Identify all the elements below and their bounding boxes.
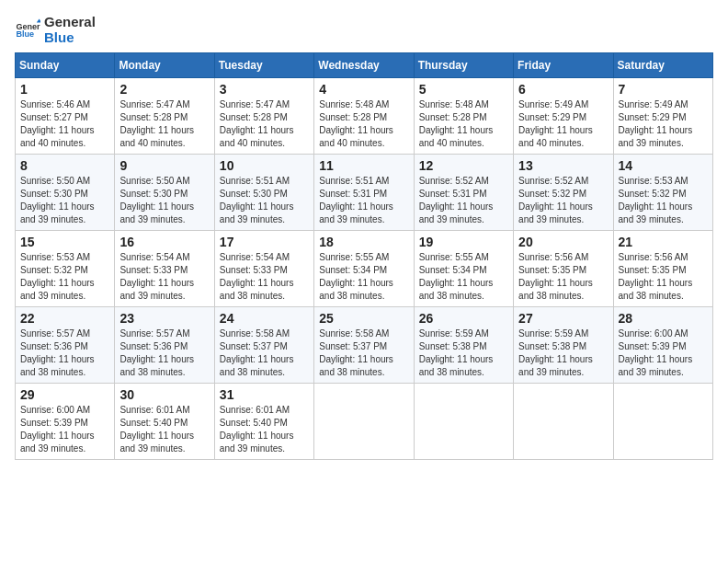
calendar-cell: [514, 384, 613, 460]
day-info: Sunrise: 5:49 AM Sunset: 5:29 PM Dayligh…: [619, 98, 708, 150]
day-number: 18: [319, 235, 408, 249]
day-number: 6: [518, 82, 608, 97]
day-number: 27: [518, 311, 608, 326]
weekday-header-friday: Friday: [514, 53, 613, 78]
day-number: 23: [119, 311, 209, 326]
calendar-cell: 15Sunrise: 5:53 AM Sunset: 5:32 PM Dayli…: [16, 231, 115, 307]
calendar-cell: 1Sunrise: 5:46 AM Sunset: 5:27 PM Daylig…: [16, 78, 115, 155]
day-info: Sunrise: 5:56 AM Sunset: 5:35 PM Dayligh…: [619, 251, 708, 303]
calendar-header-row: SundayMondayTuesdayWednesdayThursdayFrid…: [16, 53, 713, 78]
day-info: Sunrise: 5:51 AM Sunset: 5:30 PM Dayligh…: [220, 175, 309, 226]
calendar-body: 1Sunrise: 5:46 AM Sunset: 5:27 PM Daylig…: [16, 78, 713, 460]
weekday-header-wednesday: Wednesday: [314, 53, 414, 78]
calendar-cell: 14Sunrise: 5:53 AM Sunset: 5:32 PM Dayli…: [613, 155, 712, 231]
calendar-cell: 25Sunrise: 5:58 AM Sunset: 5:37 PM Dayli…: [314, 307, 414, 384]
day-number: 29: [20, 387, 109, 402]
day-info: Sunrise: 5:55 AM Sunset: 5:34 PM Dayligh…: [319, 251, 408, 303]
day-info: Sunrise: 5:53 AM Sunset: 5:32 PM Dayligh…: [20, 251, 109, 303]
day-info: Sunrise: 5:48 AM Sunset: 5:28 PM Dayligh…: [319, 98, 408, 150]
svg-marker-2: [37, 18, 40, 22]
day-number: 16: [119, 235, 209, 249]
calendar-cell: [314, 384, 414, 460]
calendar-cell: 6Sunrise: 5:49 AM Sunset: 5:29 PM Daylig…: [514, 78, 613, 155]
calendar-cell: 30Sunrise: 6:01 AM Sunset: 5:40 PM Dayli…: [115, 384, 214, 460]
day-info: Sunrise: 5:47 AM Sunset: 5:28 PM Dayligh…: [220, 98, 309, 150]
logo-text: General Blue: [44, 15, 96, 45]
day-info: Sunrise: 5:51 AM Sunset: 5:31 PM Dayligh…: [319, 175, 408, 226]
calendar-cell: 20Sunrise: 5:56 AM Sunset: 5:35 PM Dayli…: [514, 231, 613, 307]
calendar-cell: [613, 384, 712, 460]
day-number: 17: [220, 235, 309, 249]
calendar-week-1: 1Sunrise: 5:46 AM Sunset: 5:27 PM Daylig…: [16, 78, 713, 155]
day-number: 25: [319, 311, 408, 326]
calendar-cell: [414, 384, 513, 460]
day-info: Sunrise: 5:58 AM Sunset: 5:37 PM Dayligh…: [319, 327, 408, 379]
calendar-cell: 31Sunrise: 6:01 AM Sunset: 5:40 PM Dayli…: [214, 384, 313, 460]
day-number: 12: [419, 158, 508, 173]
day-info: Sunrise: 5:50 AM Sunset: 5:30 PM Dayligh…: [119, 175, 209, 226]
day-number: 2: [119, 82, 209, 97]
calendar-cell: 27Sunrise: 5:59 AM Sunset: 5:38 PM Dayli…: [514, 307, 613, 384]
day-number: 10: [220, 158, 309, 173]
calendar-cell: 13Sunrise: 5:52 AM Sunset: 5:32 PM Dayli…: [514, 155, 613, 231]
weekday-header-saturday: Saturday: [613, 53, 712, 78]
day-number: 22: [20, 311, 109, 326]
calendar-cell: 5Sunrise: 5:48 AM Sunset: 5:28 PM Daylig…: [414, 78, 513, 155]
day-info: Sunrise: 6:00 AM Sunset: 5:39 PM Dayligh…: [20, 404, 109, 455]
calendar-cell: 18Sunrise: 5:55 AM Sunset: 5:34 PM Dayli…: [314, 231, 414, 307]
calendar-cell: 19Sunrise: 5:55 AM Sunset: 5:34 PM Dayli…: [414, 231, 513, 307]
day-number: 3: [220, 82, 309, 97]
day-info: Sunrise: 5:47 AM Sunset: 5:28 PM Dayligh…: [119, 98, 209, 150]
day-number: 7: [619, 82, 708, 97]
weekday-header-sunday: Sunday: [16, 53, 115, 78]
day-number: 15: [20, 235, 109, 249]
day-info: Sunrise: 5:50 AM Sunset: 5:30 PM Dayligh…: [20, 175, 109, 226]
page-header: General Blue General Blue: [15, 15, 713, 45]
calendar-cell: 28Sunrise: 6:00 AM Sunset: 5:39 PM Dayli…: [613, 307, 712, 384]
calendar-cell: 10Sunrise: 5:51 AM Sunset: 5:30 PM Dayli…: [214, 155, 313, 231]
day-number: 26: [419, 311, 508, 326]
day-number: 28: [619, 311, 708, 326]
day-info: Sunrise: 5:53 AM Sunset: 5:32 PM Dayligh…: [619, 175, 708, 226]
calendar-week-4: 22Sunrise: 5:57 AM Sunset: 5:36 PM Dayli…: [16, 307, 713, 384]
calendar-cell: 16Sunrise: 5:54 AM Sunset: 5:33 PM Dayli…: [115, 231, 214, 307]
weekday-header-thursday: Thursday: [414, 53, 513, 78]
calendar-cell: 17Sunrise: 5:54 AM Sunset: 5:33 PM Dayli…: [214, 231, 313, 307]
calendar-cell: 8Sunrise: 5:50 AM Sunset: 5:30 PM Daylig…: [16, 155, 115, 231]
calendar-cell: 4Sunrise: 5:48 AM Sunset: 5:28 PM Daylig…: [314, 78, 414, 155]
day-number: 30: [119, 387, 209, 402]
calendar-week-2: 8Sunrise: 5:50 AM Sunset: 5:30 PM Daylig…: [16, 155, 713, 231]
day-info: Sunrise: 5:52 AM Sunset: 5:32 PM Dayligh…: [518, 175, 608, 226]
day-number: 4: [319, 82, 408, 97]
calendar-cell: 23Sunrise: 5:57 AM Sunset: 5:36 PM Dayli…: [115, 307, 214, 384]
calendar-cell: 11Sunrise: 5:51 AM Sunset: 5:31 PM Dayli…: [314, 155, 414, 231]
calendar-cell: 2Sunrise: 5:47 AM Sunset: 5:28 PM Daylig…: [115, 78, 214, 155]
day-info: Sunrise: 5:57 AM Sunset: 5:36 PM Dayligh…: [20, 327, 109, 379]
day-number: 20: [518, 235, 608, 249]
day-info: Sunrise: 5:54 AM Sunset: 5:33 PM Dayligh…: [119, 251, 209, 303]
day-number: 21: [619, 235, 708, 249]
calendar-cell: 9Sunrise: 5:50 AM Sunset: 5:30 PM Daylig…: [115, 155, 214, 231]
day-number: 31: [220, 387, 309, 402]
calendar-cell: 12Sunrise: 5:52 AM Sunset: 5:31 PM Dayli…: [414, 155, 513, 231]
day-number: 13: [518, 158, 608, 173]
day-info: Sunrise: 5:55 AM Sunset: 5:34 PM Dayligh…: [419, 251, 508, 303]
day-number: 1: [20, 82, 109, 97]
calendar-cell: 21Sunrise: 5:56 AM Sunset: 5:35 PM Dayli…: [613, 231, 712, 307]
day-info: Sunrise: 6:01 AM Sunset: 5:40 PM Dayligh…: [220, 404, 309, 455]
weekday-header-tuesday: Tuesday: [214, 53, 313, 78]
day-info: Sunrise: 6:01 AM Sunset: 5:40 PM Dayligh…: [119, 404, 209, 455]
calendar-cell: 26Sunrise: 5:59 AM Sunset: 5:38 PM Dayli…: [414, 307, 513, 384]
day-info: Sunrise: 5:52 AM Sunset: 5:31 PM Dayligh…: [419, 175, 508, 226]
calendar-cell: 7Sunrise: 5:49 AM Sunset: 5:29 PM Daylig…: [613, 78, 712, 155]
calendar-table: SundayMondayTuesdayWednesdayThursdayFrid…: [15, 52, 713, 460]
logo: General Blue General Blue: [15, 15, 96, 45]
calendar-cell: 3Sunrise: 5:47 AM Sunset: 5:28 PM Daylig…: [214, 78, 313, 155]
logo-icon: General Blue: [15, 17, 40, 43]
day-info: Sunrise: 5:58 AM Sunset: 5:37 PM Dayligh…: [220, 327, 309, 379]
day-info: Sunrise: 5:56 AM Sunset: 5:35 PM Dayligh…: [518, 251, 608, 303]
weekday-header-monday: Monday: [115, 53, 214, 78]
calendar-week-3: 15Sunrise: 5:53 AM Sunset: 5:32 PM Dayli…: [16, 231, 713, 307]
day-number: 19: [419, 235, 508, 249]
day-info: Sunrise: 6:00 AM Sunset: 5:39 PM Dayligh…: [619, 327, 708, 379]
